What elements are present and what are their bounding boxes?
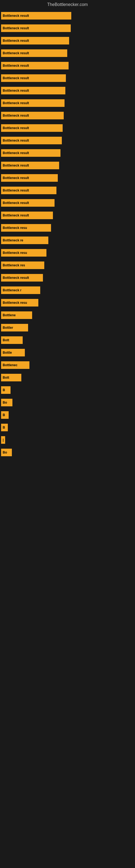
bar-label: Bottleneck resu (3, 301, 27, 305)
bar-row: B (0, 424, 135, 431)
bar-label: Bottleneck result (3, 214, 29, 217)
bar-row: Bottleneck result (0, 62, 135, 69)
bar-row: Bottleneck result (0, 137, 135, 144)
bar-label: Bottleneck result (3, 201, 29, 205)
bar-row: Bottleneck result (0, 74, 135, 82)
bar-item: Bottleneck result (1, 212, 53, 219)
bar-row: Bottle (0, 349, 135, 356)
bar-item: Bottleneck result (1, 12, 71, 20)
bar-label: Bottleneck result (3, 151, 29, 155)
bar-row: B (0, 411, 135, 419)
bar-row: Bottleneck result (0, 187, 135, 194)
bar-row: Bottleneck result (0, 87, 135, 94)
bar-label: Bottleneck result (3, 176, 29, 180)
bar-item: Bottleneck result (1, 199, 54, 207)
bar-label: Bott (3, 376, 9, 379)
bar-label: Bottler (3, 326, 13, 330)
bar-label: Bottleneck re (3, 239, 23, 242)
bar-label: Bottlenec (3, 363, 17, 367)
bar-item: Bottleneck result (1, 149, 60, 157)
bar-item: Bo (1, 448, 12, 456)
bar-label: Bottleneck resu (3, 251, 27, 255)
bar-item: Bottleneck result (1, 162, 59, 169)
bar-row: Bottler (0, 324, 135, 332)
bar-label: Bott (3, 338, 9, 342)
bar-label: Bottleneck result (3, 64, 29, 67)
bar-label: | (3, 438, 3, 442)
bar-item: Bottlenec (1, 361, 30, 369)
bar-item: Bottleneck result (1, 112, 64, 119)
bar-item: Bott (1, 336, 23, 344)
bar-item: B (1, 424, 8, 431)
bar-item: B (1, 411, 9, 419)
bar-item: Bottleneck result (1, 187, 56, 194)
bar-label: Bottleneck result (3, 114, 29, 118)
bar-item: Bottleneck result (1, 50, 67, 57)
bar-row: Bottleneck res (0, 261, 135, 269)
bar-row: Bottleneck resu (0, 224, 135, 231)
bar-item: Bottleneck result (1, 124, 63, 132)
bar-row: Bott (0, 336, 135, 344)
bars-container: Bottleneck resultBottleneck resultBottle… (0, 9, 135, 464)
bar-label: Bo (3, 401, 7, 404)
bar-item: Bottleneck resu (1, 224, 51, 231)
bar-item: Bottleneck result (1, 87, 65, 94)
bar-row: Bottleneck re (0, 237, 135, 244)
bar-item: Bottleneck result (1, 24, 71, 32)
bar-row: Bottleneck result (0, 37, 135, 44)
bar-item: Bottler (1, 324, 28, 332)
bar-row: Bottleneck result (0, 274, 135, 282)
bar-item: Bottleneck resu (1, 249, 46, 257)
bar-row: Bottleneck resu (0, 249, 135, 257)
bar-item: Bottleneck result (1, 62, 69, 69)
bar-label: Bottleneck resu (3, 226, 27, 230)
bar-label: Bottleneck result (3, 76, 29, 80)
bar-row: Bottleneck result (0, 24, 135, 32)
bar-item: Bott (1, 374, 21, 381)
bar-item: Bottleneck result (1, 137, 62, 144)
bar-item: Bottleneck result (1, 99, 64, 107)
bar-label: Bottleneck result (3, 276, 29, 280)
bar-row: Bottlene (0, 311, 135, 319)
bar-item: | (1, 436, 5, 444)
bar-row: Bottleneck result (0, 12, 135, 20)
bar-row: Bottleneck r (0, 286, 135, 294)
bar-item: Bottleneck result (1, 174, 58, 182)
bar-label: Bottleneck result (3, 163, 29, 167)
bar-row: Bott (0, 374, 135, 381)
bar-label: B (3, 388, 5, 392)
bar-label: Bottlene (3, 313, 16, 317)
bar-label: Bottleneck result (3, 188, 29, 192)
bar-row: Bottleneck result (0, 112, 135, 119)
bar-label: Bottleneck result (3, 39, 29, 42)
bar-label: B (3, 426, 5, 429)
bar-label: Bottleneck result (3, 89, 29, 93)
bar-item: Bottleneck res (1, 261, 44, 269)
bar-label: Bottleneck result (3, 51, 29, 55)
bar-item: B (1, 386, 10, 394)
bar-row: Bottleneck resu (0, 299, 135, 307)
bar-label: B (3, 413, 5, 417)
bar-item: Bottleneck resu (1, 299, 38, 307)
bar-item: Bottleneck result (1, 37, 69, 44)
bar-item: Bottlene (1, 311, 32, 319)
bar-item: Bottleneck result (1, 274, 43, 282)
bar-row: Bottleneck result (0, 212, 135, 219)
bar-label: Bottleneck result (3, 138, 29, 143)
bar-row: Bottlenec (0, 361, 135, 369)
bar-item: Bottleneck result (1, 74, 66, 82)
bar-row: Bottleneck result (0, 199, 135, 207)
bar-row: Bottleneck result (0, 124, 135, 132)
bar-label: Bottleneck result (3, 14, 29, 18)
bar-row: Bottleneck result (0, 149, 135, 157)
bar-label: Bottleneck result (3, 26, 29, 30)
bar-row: Bottleneck result (0, 99, 135, 107)
site-title: TheBottlenecker.com (0, 0, 135, 9)
bar-item: Bottle (1, 349, 25, 356)
bar-label: Bottleneck result (3, 126, 29, 130)
bar-label: Bo (3, 451, 7, 454)
bar-row: Bo (0, 448, 135, 456)
bar-label: Bottle (3, 351, 12, 354)
bar-row: | (0, 436, 135, 444)
bar-row: Bottleneck result (0, 162, 135, 169)
